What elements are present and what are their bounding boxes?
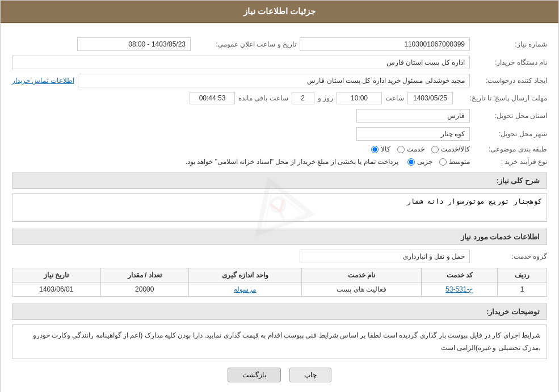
sharh-section-title: شرح کلی نیاز:: [12, 172, 547, 189]
radio-jozi[interactable]: جزیی: [407, 158, 432, 166]
group-value: حمل و نقل و انبارداری: [300, 250, 470, 263]
services-table: ردیف کد خدمت نام خدمت واحد اندازه گیری ت…: [12, 268, 547, 297]
col-unit: واحد اندازه گیری: [188, 268, 301, 283]
table-row: 1 ح-531-53 فعالیت های پست مرسوله 20000 1…: [12, 283, 547, 297]
ostan-value: فارس: [356, 109, 470, 123]
nam-dastgah-label: نام دستگاه خریدار:: [473, 58, 547, 66]
ijad-label: ایجاد کننده درخواست:: [473, 77, 547, 85]
kala-khadamat-label: کالا/خدمت: [441, 145, 470, 153]
page-title: جزئیات اطلاعات نیاز: [243, 6, 316, 16]
shomara-label: شماره نیاز:: [473, 40, 547, 48]
button-row: چاپ بازگشت: [12, 368, 547, 382]
buyer-desc-box: شرایط اجرای کار در فایل پیوست بار گذاری …: [12, 324, 547, 359]
cell-code[interactable]: ح-531-53: [422, 283, 498, 297]
col-count: تعداد / مقدار: [100, 268, 188, 283]
ijad-value: مجید خوشدلی مسئول خرید اداره کل پست استا…: [78, 74, 470, 87]
col-radif: ردیف: [498, 268, 547, 283]
jozi-label: جزیی: [417, 158, 432, 166]
tabaqe-label: طبقه بندی موضوعی:: [473, 145, 547, 153]
shahr-label: شهر محل تحویل:: [473, 130, 547, 138]
radio-khadamat[interactable]: خدمت: [397, 145, 424, 153]
buyer-desc-text: شرایط اجرای کار در فایل پیوست بار گذاری …: [33, 331, 541, 352]
cell-date: 1403/06/01: [12, 283, 101, 297]
radio-motavaset-input[interactable]: [439, 158, 447, 166]
shahr-value: کوه چنار: [356, 127, 470, 141]
radio-kala[interactable]: کالا: [371, 145, 390, 153]
tabaqe-group: کالا/خدمت خدمت کالا: [371, 145, 470, 153]
services-table-container: ردیف کد خدمت نام خدمت واحد اندازه گیری ت…: [12, 268, 547, 297]
ostan-label: استان محل تحویل:: [473, 112, 547, 120]
motavaset-label: متوسط: [449, 158, 470, 166]
group-label: گروه خدمت:: [473, 252, 547, 260]
baqi-label: ساعت باقی مانده: [238, 94, 288, 102]
cell-count: 20000: [100, 283, 188, 297]
radio-khadamat-input[interactable]: [397, 146, 405, 153]
buyer-desc-label: توضیحات خریدار:: [486, 307, 540, 316]
mohlat-baqi: 00:44:53: [190, 92, 235, 104]
sharh-label: شرح کلی نیاز:: [496, 176, 540, 185]
type-label: نوع فرآیند خرید :: [473, 158, 547, 166]
mohlat-date: 1403/05/25: [407, 92, 453, 104]
tarikh-value: 1403/05/23 - 08:00: [77, 37, 191, 51]
tarikh-label: تاریخ و ساعت اعلان عمومی:: [194, 40, 296, 48]
radio-jozi-input[interactable]: [407, 158, 415, 166]
services-section-title: اطلاعات خدمات مورد نیاز: [12, 229, 547, 245]
print-button[interactable]: چاپ: [289, 368, 331, 382]
cell-unit[interactable]: مرسوله: [188, 283, 301, 297]
tamaas-link[interactable]: اطلاعات تماس خریدار: [12, 77, 74, 85]
shomara-value: 1103001067000399: [300, 37, 470, 51]
type-notice: پرداخت تمام یا بخشی از مبلغ خریدار از مح…: [186, 158, 398, 166]
services-title: اطلاعات خدمات مورد نیاز: [461, 233, 540, 241]
buyer-desc-section: توضیحات خریدار:: [12, 304, 547, 320]
col-name: نام خدمت: [302, 268, 422, 283]
nam-dastgah-value: اداره کل پست استان فارس: [12, 56, 470, 69]
mohlat-saat: 10:00: [337, 92, 382, 104]
saat-label: ساعت: [385, 94, 404, 102]
mohlat-label: مهلت ارسال پاسخ: تا تاریخ:: [456, 94, 547, 102]
radio-kala-khadamat[interactable]: کالا/خدمت: [431, 145, 470, 153]
type-group: متوسط جزیی: [407, 158, 470, 166]
col-code: کد خدمت: [422, 268, 498, 283]
radio-kala-khadamat-input[interactable]: [431, 146, 439, 153]
back-button[interactable]: بازگشت: [228, 368, 281, 382]
kala-label: کالا: [381, 145, 390, 153]
cell-name: فعالیت های پست: [302, 283, 422, 297]
cell-radif: 1: [498, 283, 547, 297]
page-header: جزئیات اطلاعات نیاز: [1, 1, 558, 23]
radio-kala-input[interactable]: [371, 146, 379, 153]
rooz-label: روز و: [318, 94, 333, 102]
khadamat-label: خدمت: [407, 145, 424, 153]
mohlat-rooz: 2: [292, 92, 314, 104]
sharh-textarea: <span data-bind="fields.sharh_value"></s…: [12, 193, 547, 222]
radio-motavaset[interactable]: متوسط: [439, 158, 470, 166]
col-date: تاریخ نیاز: [12, 268, 101, 283]
